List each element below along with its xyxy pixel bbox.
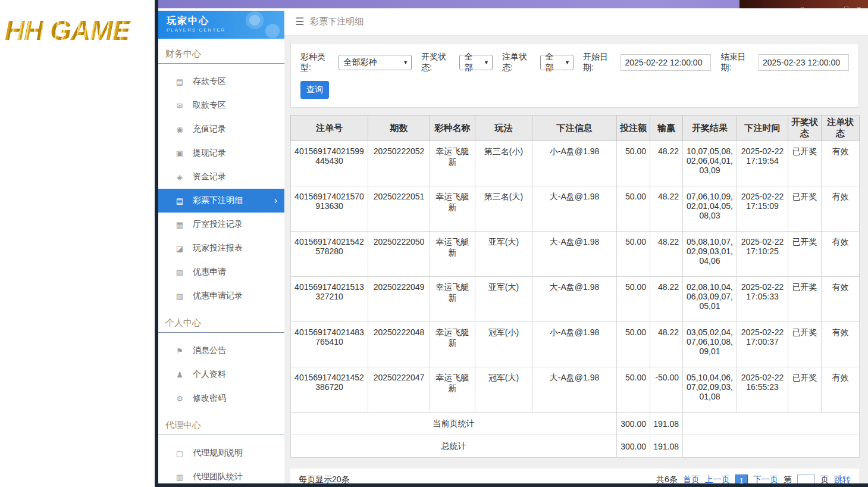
column-header: 玩法	[475, 115, 532, 141]
summary-label: 当前页统计	[291, 413, 617, 435]
withdraw-icon: ✉	[175, 101, 184, 110]
sidebar-item[interactable]: ▦厅室投注记录	[158, 213, 284, 236]
table-row: 40156917402159944543020250222052幸运飞艇新第三名…	[291, 141, 860, 186]
page-suffix: 页	[820, 474, 829, 483]
sidebar-item[interactable]: ▨优惠申请记录	[158, 284, 284, 308]
table-cell: 20250222048	[368, 322, 430, 367]
lottery-type-select[interactable]: 全部彩种 ▼	[339, 55, 412, 70]
prev-page-link[interactable]: 上一页	[705, 474, 730, 483]
sidebar-header: 玩家中心 PLAYERS CENTER	[158, 11, 284, 39]
table-cell: 03,05,02,04,07,06,10,08,09,01	[683, 322, 737, 367]
table-cell: 10,07,05,08,02,06,04,01,03,09	[683, 141, 737, 186]
funds-icon: ◈	[175, 173, 184, 182]
summary-empty-cell	[683, 435, 860, 458]
table-cell: 20250222049	[368, 277, 430, 322]
query-button[interactable]: 查询	[300, 81, 329, 99]
sidebar-item[interactable]: ▤彩票下注明细›	[158, 189, 284, 213]
sidebar-item[interactable]: ▢代理规则说明	[158, 441, 284, 465]
table-cell: 2025-02-22 17:10:25	[737, 232, 788, 277]
table-row: 40156917402154257828020250222050幸运飞艇新亚军(…	[291, 232, 860, 277]
sidebar-item[interactable]: ◪玩家投注报表	[158, 236, 284, 260]
column-header: 注单状态	[822, 115, 860, 141]
cashout-icon: ▣	[175, 149, 184, 158]
summary-bet-total: 300.00	[617, 413, 650, 435]
table-cell: 大-A盘@1.98	[532, 367, 617, 413]
sidebar-item[interactable]: ▥代理团队统计	[158, 465, 284, 483]
table-cell: 亚军(大)	[475, 277, 532, 322]
sidebar-item[interactable]: ⚙修改密码	[158, 386, 284, 410]
end-date-label: 结束日期:	[720, 52, 755, 73]
table-cell: 已开奖	[788, 367, 822, 413]
sidebar-item-label: 优惠申请记录	[193, 291, 243, 301]
announcement-icon: ⚑	[175, 346, 184, 355]
table-cell: 有效	[822, 186, 860, 232]
table-cell: 48.22	[650, 141, 683, 186]
left-panel: HH GAME	[0, 0, 155, 487]
current-page[interactable]: 1	[735, 474, 748, 484]
table-cell: 有效	[822, 141, 860, 186]
main-area: ☰ 彩票下注明细 彩种类型: 全部彩种 ▼ 开奖状态: 全部 ▼ 注单状态: 全…	[284, 8, 868, 483]
table-cell: 20250222052	[368, 141, 430, 186]
sidebar-item[interactable]: ◈资金记录	[158, 165, 284, 189]
table-cell: 48.22	[650, 232, 683, 277]
filter-panel: 彩种类型: 全部彩种 ▼ 开奖状态: 全部 ▼ 注单状态: 全部 ▼ 开始日期:…	[290, 43, 859, 108]
table-cell: 幸运飞艇新	[430, 322, 475, 367]
table-cell: 50.00	[617, 367, 650, 413]
table-cell: 大-A盘@1.98	[532, 232, 617, 277]
sidebar-item[interactable]: ♟个人资料	[158, 363, 284, 386]
table-cell: 已开奖	[788, 186, 822, 232]
summary-label: 总统计	[291, 435, 617, 458]
end-date-input[interactable]	[759, 54, 849, 71]
sidebar-item[interactable]: ⚑消息公告	[158, 339, 284, 363]
table-cell: 大-A盘@1.98	[532, 277, 617, 322]
table-cell: 已开奖	[788, 322, 822, 367]
column-header: 开奖结果	[683, 115, 737, 141]
table-cell: 2025-02-22 17:00:37	[737, 322, 788, 367]
deposit-icon: ▤	[175, 77, 184, 86]
agent-rules-icon: ▢	[175, 449, 184, 458]
sidebar-section-title: 个人中心	[158, 317, 284, 333]
column-header: 输赢	[650, 115, 683, 141]
table-cell: 20250222051	[368, 186, 430, 232]
sidebar-item-label: 代理团队统计	[193, 472, 243, 482]
bet-status-select[interactable]: 全部 ▼	[540, 55, 574, 70]
chevron-right-icon: ›	[274, 195, 277, 206]
sidebar-item-label: 消息公告	[193, 345, 226, 356]
sidebar-item[interactable]: ▣提现记录	[158, 141, 284, 165]
draw-status-label: 开奖状态:	[421, 52, 456, 73]
start-date-label: 开始日期:	[583, 52, 618, 73]
page-size-text: 每页显示20条	[299, 474, 350, 483]
sidebar-item[interactable]: ◉充值记录	[158, 117, 284, 141]
sidebar-item-label: 存款专区	[193, 76, 226, 87]
table-row: 40156917402151332721020250222049幸运飞艇新亚军(…	[291, 277, 860, 322]
promo-apply-icon: ▧	[175, 268, 184, 277]
sidebar-item-label: 取款专区	[193, 100, 226, 111]
summary-winloss-total: 191.08	[650, 413, 683, 435]
sidebar-item[interactable]: ✉取款专区	[158, 93, 284, 117]
bet-status-label: 注单状态:	[502, 52, 537, 73]
table-cell: 小-A盘@1.98	[532, 141, 617, 186]
table-row: 40156917402157091363020250222051幸运飞艇新第三名…	[291, 186, 860, 232]
jump-link[interactable]: 跳转	[834, 474, 851, 483]
pager: 共6条 首页 上一页 1 下一页 第 页 跳转	[656, 474, 851, 484]
first-page-link[interactable]: 首页	[683, 474, 700, 483]
table-cell: 幸运飞艇新	[430, 367, 475, 413]
hall-bet-icon: ▦	[175, 220, 184, 229]
menu-icon[interactable]: ☰	[295, 15, 304, 28]
sidebar-item[interactable]: ▧优惠申请	[158, 260, 284, 284]
column-header: 注单号	[291, 115, 368, 141]
sidebar-item-label: 彩票下注明细	[193, 195, 243, 206]
sidebar-item[interactable]: ▤存款专区	[158, 70, 284, 93]
next-page-link[interactable]: 下一页	[753, 474, 778, 483]
bets-table-body: 40156917402159944543020250222052幸运飞艇新第三名…	[291, 141, 860, 458]
topbar: ☰ 彩票下注明细	[284, 8, 868, 36]
page-jump-input[interactable]	[797, 474, 815, 484]
table-cell: 已开奖	[788, 277, 822, 322]
draw-status-select[interactable]: 全部 ▼	[459, 55, 493, 70]
table-cell: 50.00	[617, 186, 650, 232]
sidebar-subtitle: PLAYERS CENTER	[167, 27, 284, 33]
sidebar-nav: 财务中心▤存款专区✉取款专区◉充值记录▣提现记录◈资金记录▤彩票下注明细›▦厅室…	[158, 48, 284, 483]
start-date-input[interactable]	[621, 54, 711, 71]
table-cell: 48.22	[650, 277, 683, 322]
page-prefix: 第	[784, 474, 792, 483]
